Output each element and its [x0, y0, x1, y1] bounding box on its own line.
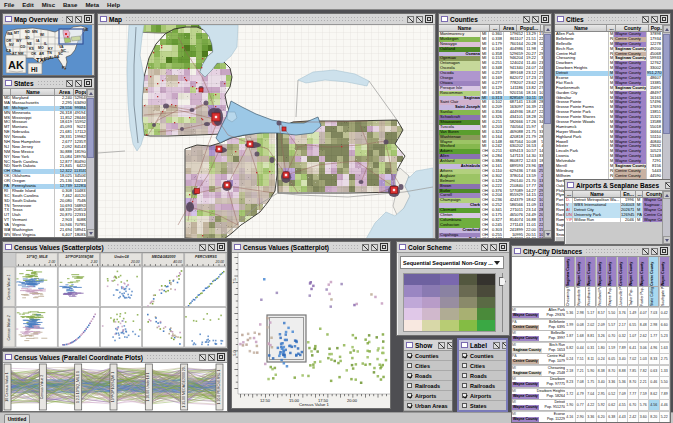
svg-text:10*POP100SQMI: 10*POP100SQMI — [65, 255, 94, 259]
svg-text:SD: SD — [25, 36, 30, 40]
svg-text:TX: TX — [36, 57, 44, 63]
svg-text:MO: MO — [38, 46, 44, 50]
svg-text:2.00: 2.00 — [48, 260, 56, 264]
svg-text:1 35.00 MEDAGE2000 20.: 1 35.00 MEDAGE2000 20. — [182, 366, 186, 407]
svg-text:SC: SC — [58, 52, 63, 56]
svg-text:WI: WI — [40, 33, 44, 37]
svg-text:CA: CA — [6, 49, 12, 53]
svg-text:NV: NV — [9, 43, 15, 47]
svg-text:KS: KS — [29, 47, 35, 51]
svg-text:OK: OK — [31, 52, 37, 56]
svg-text:20.00: 20.00 — [130, 260, 140, 264]
svg-text:10*POP100SQMI 1: 10*POP100SQMI 1 — [111, 372, 115, 402]
svg-text:TN: TN — [47, 51, 52, 55]
svg-text:AK: AK — [8, 59, 24, 71]
svg-text:Under18: Under18 — [114, 255, 128, 259]
svg-text:Census Value 1: Census Value 1 — [7, 275, 11, 300]
svg-text:7.5: 7.5 — [233, 278, 237, 283]
svg-text:17.50: 17.50 — [318, 398, 329, 403]
svg-text:MN: MN — [32, 30, 38, 34]
svg-text:1 20.0 PERCVERS5 1: 1 20.0 PERCVERS5 1 — [217, 370, 221, 405]
svg-text:CO: CO — [20, 45, 26, 49]
svg-text:10 Census Value 1: 10 Census Value 1 — [5, 372, 9, 401]
svg-text:1 2.5 10*SQ_MILE 1: 1 2.5 10*SQ_MILE 1 — [76, 371, 80, 403]
svg-text:MT: MT — [14, 31, 20, 35]
svg-text:ND: ND — [25, 30, 31, 34]
svg-text:Census Value 2: Census Value 2 — [40, 375, 44, 400]
svg-text:1 20.00 Under18 1: 1 20.00 Under18 1 — [146, 372, 150, 401]
svg-text:IA: IA — [36, 39, 40, 43]
svg-text:2.30: 2.30 — [90, 260, 98, 264]
svg-text:15.00: 15.00 — [289, 398, 300, 403]
svg-text:WY: WY — [16, 39, 22, 43]
svg-text:HI: HI — [31, 66, 38, 73]
svg-text:PERCVERS5: PERCVERS5 — [195, 255, 218, 259]
svg-text:AR: AR — [39, 52, 45, 56]
svg-text:MEDAGE2000: MEDAGE2000 — [152, 255, 176, 259]
svg-text:40.00: 40.00 — [173, 260, 182, 264]
svg-text:ME: ME — [83, 28, 89, 32]
svg-text:NE: NE — [27, 42, 33, 46]
svg-text:Census Value 2: Census Value 2 — [7, 315, 11, 340]
svg-text:20.00: 20.00 — [347, 398, 358, 403]
svg-text:10*SQ_MILE: 10*SQ_MILE — [27, 255, 49, 259]
svg-text:WA: WA — [7, 32, 13, 36]
svg-text:20.00: 20.00 — [215, 260, 225, 264]
svg-text:12.50: 12.50 — [260, 398, 271, 403]
